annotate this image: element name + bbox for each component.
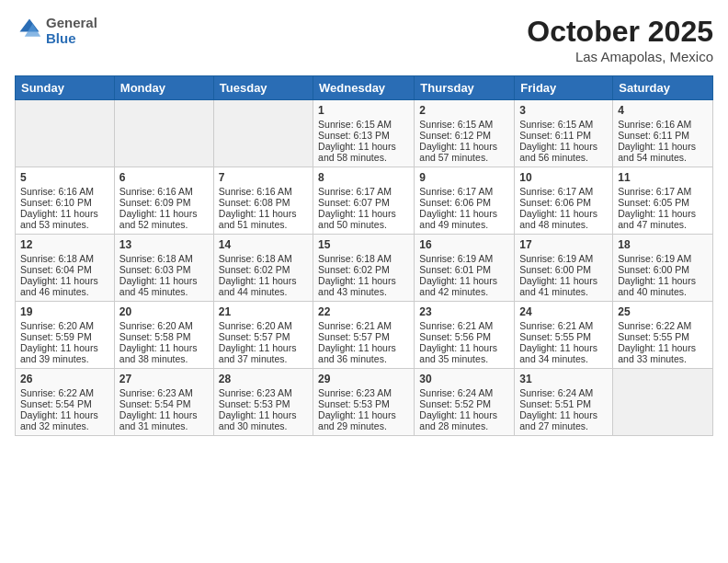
calendar-cell: 22Sunrise: 6:21 AMSunset: 5:57 PMDayligh… [313,302,415,369]
day-info-line: and 27 minutes. [519,420,608,431]
day-info-line: Sunset: 6:01 PM [419,264,509,275]
calendar-cell: 25Sunrise: 6:22 AMSunset: 5:55 PMDayligh… [613,302,713,369]
day-number: 5 [20,171,109,184]
day-info-line: Sunset: 5:55 PM [618,331,708,342]
day-info-line: Sunset: 6:10 PM [20,197,109,208]
day-info-line: Sunrise: 6:15 AM [519,119,608,130]
day-info-line: and 34 minutes. [519,353,608,364]
day-number: 4 [618,104,708,117]
day-info-line: Sunrise: 6:17 AM [618,186,708,197]
calendar-cell: 3Sunrise: 6:15 AMSunset: 6:11 PMDaylight… [515,100,613,167]
day-number: 16 [419,238,509,251]
day-info-line: and 47 minutes. [618,219,708,230]
day-info-line: Sunset: 6:06 PM [519,197,608,208]
calendar-cell: 16Sunrise: 6:19 AMSunset: 6:01 PMDayligh… [415,235,515,302]
day-info-line: Daylight: 11 hours [119,275,209,286]
day-info-line: Daylight: 11 hours [318,141,409,152]
day-info-line: Daylight: 11 hours [519,141,608,152]
logo-icon [17,16,42,41]
logo: General Blue [15,15,97,46]
day-info-line: Sunrise: 6:22 AM [618,320,708,331]
day-info-line: and 58 minutes. [318,152,409,163]
calendar-body: 1Sunrise: 6:15 AMSunset: 6:13 PMDaylight… [16,100,713,436]
day-info-line: Sunset: 5:51 PM [519,398,608,409]
day-info-line: and 28 minutes. [419,420,509,431]
day-info-line: and 29 minutes. [318,420,409,431]
day-info-line: Daylight: 11 hours [219,342,308,353]
day-number: 18 [618,238,708,251]
day-number: 27 [119,373,209,385]
day-info-line: Sunset: 5:52 PM [419,398,509,409]
calendar-cell [114,100,213,167]
day-info-line: Sunrise: 6:15 AM [318,119,409,130]
day-number: 15 [318,238,409,251]
day-number: 24 [519,305,608,318]
calendar-cell: 1Sunrise: 6:15 AMSunset: 6:13 PMDaylight… [313,100,415,167]
day-info-line: Sunrise: 6:17 AM [318,186,409,197]
calendar-week-4: 19Sunrise: 6:20 AMSunset: 5:59 PMDayligh… [16,302,713,369]
day-info-line: Daylight: 11 hours [318,342,409,353]
day-number: 30 [419,373,509,385]
day-info-line: Sunrise: 6:20 AM [20,320,109,331]
calendar-cell: 12Sunrise: 6:18 AMSunset: 6:04 PMDayligh… [16,235,115,302]
calendar-cell: 18Sunrise: 6:19 AMSunset: 6:00 PMDayligh… [613,235,713,302]
calendar-cell: 15Sunrise: 6:18 AMSunset: 6:02 PMDayligh… [313,235,415,302]
calendar-header-row: SundayMondayTuesdayWednesdayThursdayFrid… [16,76,713,100]
day-info-line: and 57 minutes. [419,152,509,163]
logo-general: General [46,15,97,30]
day-info-line: Sunrise: 6:18 AM [318,253,409,264]
calendar-cell: 17Sunrise: 6:19 AMSunset: 6:00 PMDayligh… [515,235,613,302]
day-info-line: and 39 minutes. [20,353,109,364]
day-info-line: and 33 minutes. [618,353,708,364]
calendar-cell: 26Sunrise: 6:22 AMSunset: 5:54 PMDayligh… [16,369,115,436]
day-info-line: Sunrise: 6:16 AM [219,186,308,197]
day-header-wednesday: Wednesday [313,76,415,100]
calendar-cell: 4Sunrise: 6:16 AMSunset: 6:11 PMDaylight… [613,100,713,167]
calendar-cell: 20Sunrise: 6:20 AMSunset: 5:58 PMDayligh… [114,302,213,369]
day-info-line: Sunrise: 6:20 AM [219,320,308,331]
day-number: 26 [20,373,109,385]
day-info-line: Daylight: 11 hours [419,275,509,286]
calendar-cell [16,100,115,167]
day-info-line: and 37 minutes. [219,353,308,364]
day-info-line: and 40 minutes. [618,286,708,297]
day-info-line: Sunrise: 6:17 AM [519,186,608,197]
day-number: 28 [219,373,308,385]
day-info-line: Sunset: 6:11 PM [519,130,608,141]
day-info-line: and 52 minutes. [119,219,209,230]
calendar-cell: 27Sunrise: 6:23 AMSunset: 5:54 PMDayligh… [114,369,213,436]
day-info-line: Sunset: 5:56 PM [419,331,509,342]
day-info-line: Daylight: 11 hours [618,208,708,219]
day-number: 25 [618,305,708,318]
day-info-line: Sunset: 6:03 PM [119,264,209,275]
day-info-line: Sunrise: 6:16 AM [119,186,209,197]
day-number: 21 [219,305,308,318]
day-info-line: Sunrise: 6:16 AM [20,186,109,197]
day-info-line: Sunrise: 6:23 AM [219,387,308,398]
day-info-line: Sunset: 6:02 PM [318,264,409,275]
day-info-line: Sunrise: 6:19 AM [618,253,708,264]
day-info-line: Sunrise: 6:17 AM [419,186,509,197]
logo-blue: Blue [46,30,97,46]
day-info-line: Sunset: 5:57 PM [219,331,308,342]
day-info-line: Daylight: 11 hours [318,208,409,219]
day-number: 11 [618,171,708,184]
day-info-line: Sunrise: 6:20 AM [119,320,209,331]
day-info-line: Sunrise: 6:18 AM [219,253,308,264]
day-info-line: Daylight: 11 hours [419,208,509,219]
day-info-line: Sunrise: 6:18 AM [20,253,109,264]
day-info-line: Sunset: 6:11 PM [618,130,708,141]
day-info-line: and 54 minutes. [618,152,708,163]
day-info-line: Sunset: 6:13 PM [318,130,409,141]
calendar-cell [213,100,313,167]
day-info-line: Sunset: 6:00 PM [618,264,708,275]
day-info-line: Sunset: 6:09 PM [119,197,209,208]
day-header-saturday: Saturday [613,76,713,100]
day-number: 14 [219,238,308,251]
day-info-line: Daylight: 11 hours [219,208,308,219]
day-info-line: Daylight: 11 hours [618,275,708,286]
day-info-line: Daylight: 11 hours [20,208,109,219]
day-number: 1 [318,104,409,117]
day-number: 3 [519,104,608,117]
day-info-line: Sunrise: 6:19 AM [519,253,608,264]
